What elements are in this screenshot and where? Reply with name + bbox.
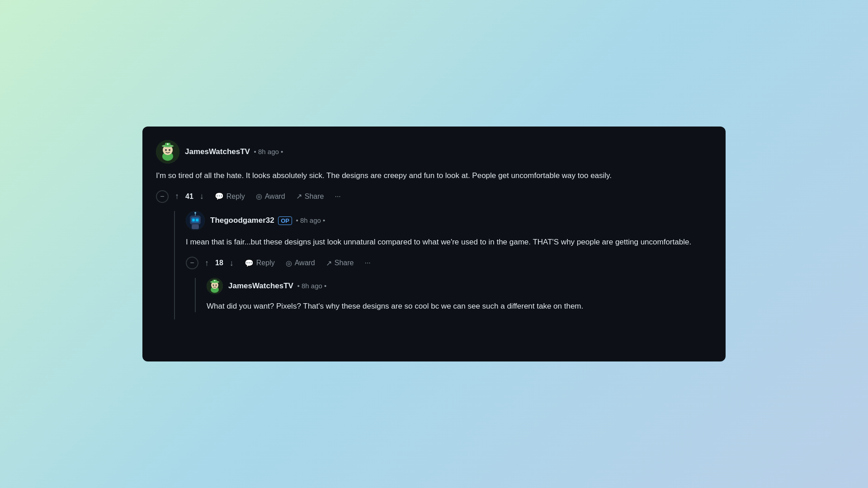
downvote-icon: ↓: [200, 192, 204, 201]
upvote-icon-2: ↑: [205, 258, 209, 268]
svg-point-7: [167, 143, 169, 145]
more-icon-2: ···: [364, 259, 370, 267]
minus-icon-2: −: [190, 259, 194, 267]
op-badge: OP: [278, 216, 292, 225]
svg-point-21: [213, 284, 214, 286]
comment-1-body: I'm so tired of all the hate. It looks a…: [156, 170, 712, 182]
more-button-2[interactable]: ···: [360, 256, 375, 270]
comment-2-body: I mean that is fair...but these designs …: [186, 236, 712, 248]
comment-2-header: Thegoodgamer32 OP • 8h ago •: [186, 211, 712, 230]
comment-2-username: Thegoodgamer32: [210, 216, 274, 225]
award-icon: ◎: [256, 192, 262, 201]
comment-2-meta: Thegoodgamer32 OP • 8h ago •: [210, 216, 325, 225]
svg-point-5: [165, 149, 167, 151]
minus-icon: −: [160, 192, 164, 201]
comment-1-header: JamesWatchesTV • 8h ago •: [156, 140, 712, 164]
comment-1-time: • 8h ago •: [252, 148, 283, 155]
collapse-button-2[interactable]: −: [186, 257, 198, 269]
reply-button-2[interactable]: 💬 Reply: [240, 256, 279, 270]
avatar-thegoodgamer32: [186, 211, 205, 230]
comment-2-actions: − ↑ 18 ↓ 💬 Reply ◎ Award ↗: [186, 256, 712, 271]
comment-3-username: JamesWatchesTV: [228, 282, 293, 290]
upvote-icon: ↑: [175, 192, 179, 201]
comment-1-meta: JamesWatchesTV • 8h ago •: [185, 147, 283, 156]
svg-point-6: [169, 149, 170, 151]
comment-3-meta: JamesWatchesTV • 8h ago •: [228, 282, 326, 291]
comment-1-username: JamesWatchesTV: [185, 147, 250, 156]
upvote-button-2[interactable]: ↑: [200, 256, 213, 271]
svg-point-23: [214, 280, 216, 281]
vote-count-1: 41: [185, 192, 193, 201]
award-button-2[interactable]: ◎ Award: [281, 256, 320, 270]
svg-point-22: [216, 284, 217, 286]
reply-icon: 💬: [215, 192, 224, 201]
comment-3-header: JamesWatchesTV • 8h ago •: [207, 278, 712, 294]
svg-rect-15: [192, 225, 199, 229]
more-icon: ···: [335, 192, 340, 201]
svg-point-11: [192, 219, 195, 221]
share-icon: ↗: [296, 192, 302, 201]
downvote-button-1[interactable]: ↓: [195, 189, 208, 204]
downvote-icon-2: ↓: [230, 258, 234, 268]
svg-point-12: [196, 219, 198, 221]
comment-3-body: What did you want? Pixels? That's why th…: [207, 300, 712, 312]
comment-2-time: • 8h ago •: [294, 216, 325, 224]
nested-comment-2: Thegoodgamer32 OP • 8h ago • I mean that…: [174, 211, 712, 319]
avatar-jameswatchestv-top: [156, 140, 179, 164]
more-button-1[interactable]: ···: [330, 190, 345, 203]
comment-1-actions: − ↑ 41 ↓ 💬 Reply ◎ Award ↗ Share: [156, 189, 712, 204]
comment-3-time: • 8h ago •: [295, 282, 326, 290]
nested-comment-3: JamesWatchesTV • 8h ago • What did you w…: [195, 278, 712, 312]
award-icon-2: ◎: [286, 259, 292, 267]
reply-icon-2: 💬: [245, 259, 254, 267]
award-button-1[interactable]: ◎ Award: [251, 189, 290, 203]
upvote-button-1[interactable]: ↑: [170, 189, 184, 204]
comments-container: JamesWatchesTV • 8h ago • I'm so tired o…: [142, 127, 726, 361]
collapse-button-1[interactable]: −: [156, 190, 169, 203]
comment-1: JamesWatchesTV • 8h ago • I'm so tired o…: [156, 140, 712, 319]
svg-point-14: [194, 212, 196, 214]
reply-button-1[interactable]: 💬 Reply: [210, 189, 250, 203]
avatar-jameswatchestv-nested: [207, 278, 223, 294]
share-button-1[interactable]: ↗ Share: [292, 189, 329, 203]
downvote-button-2[interactable]: ↓: [225, 256, 238, 271]
share-icon-2: ↗: [326, 259, 332, 267]
share-button-2[interactable]: ↗ Share: [321, 256, 359, 270]
vote-count-2: 18: [215, 259, 223, 267]
